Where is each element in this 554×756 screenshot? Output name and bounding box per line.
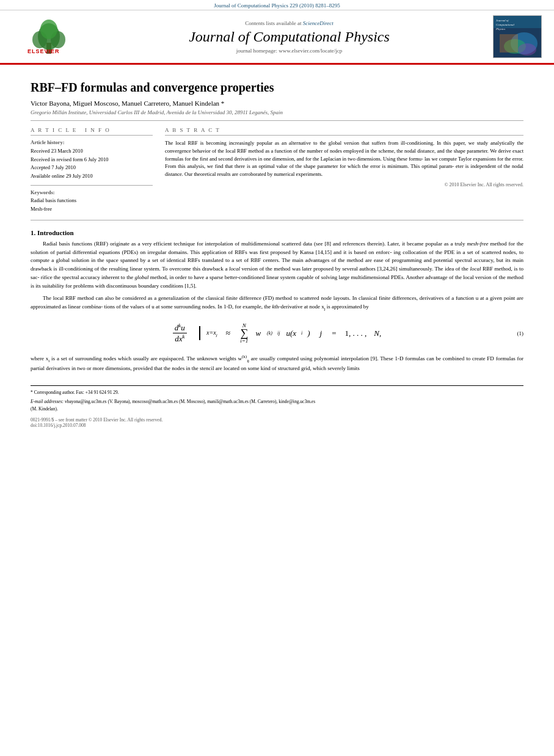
footer-divider: * Corresponding author. Fax: +34 91 624 …: [31, 385, 523, 428]
elsevier-logo-image: ELSEVIER: [24, 18, 73, 55]
journal-header: ELSEVIER Contents lists available at Sci…: [0, 10, 554, 65]
svg-text:Journal of: Journal of: [496, 19, 509, 22]
article-info-abstract: A R T I C L E I N F O Article history: R…: [31, 127, 523, 220]
sciencedirect-link[interactable]: ScienceDirect: [303, 20, 333, 26]
svg-rect-13: [500, 34, 518, 53]
keywords-label: Keywords:: [31, 189, 153, 195]
abstract-col: A B S T R A C T The local RBF is becomin…: [165, 127, 523, 214]
article-info-header: A R T I C L E I N F O: [31, 127, 153, 136]
section1-para1: Radial basis functions (RBF) originate a…: [31, 240, 523, 291]
abstract-text: The local RBF is becoming increasingly p…: [165, 139, 523, 178]
keywords-list: Radial basis functions Mesh-free: [31, 197, 153, 213]
elsevier-branding: ELSEVIER: [12, 18, 86, 55]
affiliation: Gregorio Millán Institute, Universidad C…: [31, 109, 523, 121]
formula-number: (1): [517, 330, 524, 336]
journal-homepage: journal homepage: www.elsevier.com/locat…: [86, 48, 493, 54]
abstract-header: A B S T R A C T: [165, 127, 523, 136]
formula-content: dku dxk x=xj ≈ N ∑ i=1 w (k) ij u(x i: [173, 322, 381, 344]
journal-title-block: Contents lists available at ScienceDirec…: [86, 20, 493, 54]
svg-text:Physics: Physics: [495, 27, 505, 31]
authors-line: Victor Bayona, Miguel Moscoso, Manuel Ca…: [31, 100, 523, 107]
footer-emails: E-mail addresses: vbayona@ing.uc3m.es (V…: [31, 398, 523, 412]
journal-cover-image: Journal of Computational Physics: [493, 15, 542, 58]
journal-title: Journal of Computational Physics: [86, 29, 493, 45]
article-dates: Received 23 March 2010 Received in revis…: [31, 147, 153, 180]
cover-svg: Journal of Computational Physics: [494, 16, 541, 57]
highlighted-text: This optimal: [410, 163, 437, 169]
footer-corresponding: * Corresponding author. Fax: +34 91 624 …: [31, 389, 523, 396]
paper-title: RBF–FD formulas and convergence properti…: [31, 81, 523, 95]
svg-point-4: [40, 20, 57, 39]
section1-title: 1. Introduction: [31, 229, 523, 236]
formula-block-1: dku dxk x=xj ≈ N ∑ i=1 w (k) ij u(x i: [31, 322, 523, 344]
contents-available: Contents lists available at ScienceDirec…: [86, 20, 493, 26]
section1-para3: where xi is a set of surrounding nodes w…: [31, 354, 523, 373]
section1-para2: The local RBF method can also be conside…: [31, 294, 523, 313]
svg-text:Computational: Computational: [496, 23, 515, 26]
copyright-notice: © 2010 Elsevier Inc. All rights reserved…: [165, 182, 523, 187]
article-info-col: A R T I C L E I N F O Article history: R…: [31, 127, 153, 214]
journal-ref-bar: Journal of Computational Physics 229 (20…: [0, 0, 554, 10]
footer-issn: 0021-9991/$ – see front matter © 2010 El…: [31, 417, 523, 428]
svg-text:ELSEVIER: ELSEVIER: [27, 48, 60, 54]
svg-rect-7: [494, 16, 541, 28]
svg-point-14: [518, 43, 536, 56]
main-content: RBF–FD formulas and convergence properti…: [0, 65, 554, 440]
history-label: Article history:: [31, 139, 153, 145]
